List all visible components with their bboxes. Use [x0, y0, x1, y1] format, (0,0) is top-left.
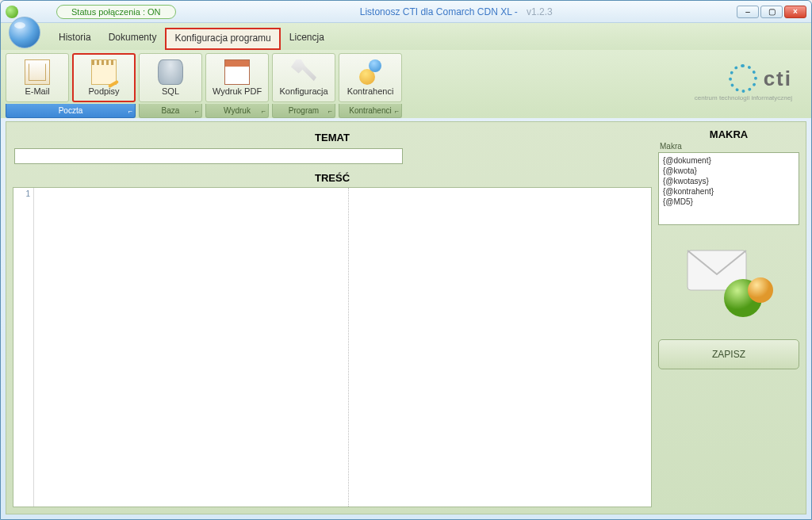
mail-users-illustration	[658, 246, 799, 325]
ribbon-email-label: E-Mail	[25, 86, 49, 96]
konfiguracja-icon	[291, 59, 316, 85]
wydrukpdf-icon	[224, 59, 250, 85]
tresc-editor[interactable]: 1	[13, 187, 652, 507]
app-window: Status połączenia : ON Listonosz CTI dla…	[0, 0, 812, 520]
app-icon	[6, 6, 18, 18]
cti-text: cti	[764, 67, 792, 91]
menu-historia[interactable]: Historia	[50, 28, 100, 50]
dialog-launcher-icon[interactable]: ⌐	[195, 107, 199, 115]
ribbon-group-baza: SQLBaza⌐	[139, 53, 202, 118]
window-title: Listonosz CTI dla Comarch CDN XL - v1.2.…	[176, 6, 737, 17]
makra-title: MAKRA	[658, 128, 799, 140]
save-button[interactable]: ZAPISZ	[658, 339, 799, 369]
ribbon-podpisy-button[interactable]: Podpisy	[72, 53, 136, 102]
titlebar: Status połączenia : ON Listonosz CTI dla…	[1, 1, 811, 23]
brand-logo: cti centrum technologii informatycznej	[695, 53, 806, 118]
minimize-button[interactable]: –	[737, 6, 759, 18]
ribbon-podpisy-label: Podpisy	[88, 86, 119, 96]
temat-input[interactable]	[14, 148, 403, 164]
macro-item[interactable]: {@kwota}	[663, 166, 795, 176]
menu-dokumenty[interactable]: Dokumenty	[100, 28, 166, 50]
menubar-row: HistoriaDokumentyKonfiguracja programuLi…	[1, 23, 811, 50]
dialog-launcher-icon[interactable]: ⌐	[395, 107, 399, 115]
ribbon-group-poczta: E-MailPodpisyPoczta⌐	[6, 53, 136, 118]
ribbon-kontrahenci-button[interactable]: Kontrahenci	[339, 53, 402, 102]
makra-sub: Makra	[660, 142, 799, 151]
title-text: Listonosz CTI dla Comarch CDN XL -	[360, 6, 518, 17]
window-controls: – ▢ ×	[737, 6, 806, 18]
content-area: TEMAT TREŚĆ 1 MAKRA Makra {@dokument}{@k…	[6, 121, 806, 514]
cti-subtitle: centrum technologii informatycznej	[695, 94, 792, 101]
macro-item[interactable]: {@kwotasys}	[663, 176, 795, 186]
menu-licencja[interactable]: Licencja	[281, 28, 333, 50]
ribbon-email-button[interactable]: E-Mail	[6, 53, 69, 102]
group-label-poczta: Poczta⌐	[6, 104, 136, 118]
globe-icon[interactable]	[9, 17, 40, 48]
ribbon-group-kontrahenci: KontrahenciKontrahenci⌐	[339, 53, 402, 118]
group-label-program: Program⌐	[272, 104, 335, 118]
dialog-launcher-icon[interactable]: ⌐	[128, 107, 132, 115]
ribbon-sql-button[interactable]: SQL	[139, 53, 202, 102]
ribbon-wydrukpdf-button[interactable]: Wydruk PDF	[205, 53, 269, 102]
tresc-label: TREŚĆ	[13, 169, 652, 187]
kontrahenci-icon	[358, 59, 383, 85]
left-pane: TEMAT TREŚĆ 1	[13, 128, 652, 507]
ribbon-group-wydruk: Wydruk PDFWydruk⌐	[205, 53, 269, 118]
ribbon-group-program: KonfiguracjaProgram⌐	[272, 53, 335, 118]
line-gutter: 1	[13, 188, 34, 507]
ribbon-sql-label: SQL	[162, 86, 179, 96]
dialog-launcher-icon[interactable]: ⌐	[328, 107, 332, 115]
svg-point-2	[748, 277, 773, 303]
close-button[interactable]: ×	[784, 6, 806, 18]
macro-item[interactable]: {@dokument}	[663, 155, 795, 166]
maximize-button[interactable]: ▢	[760, 6, 783, 18]
menu-konfiguracja-programu[interactable]: Konfiguracja programu	[165, 28, 280, 50]
editor-body[interactable]	[34, 188, 651, 507]
version-text: v1.2.3	[527, 6, 553, 17]
podpisy-icon	[91, 59, 117, 85]
group-label-kontrahenci: Kontrahenci⌐	[339, 104, 402, 118]
ribbon-konfiguracja-label: Konfiguracja	[279, 86, 327, 96]
margin-guide	[348, 188, 349, 507]
ribbon-kontrahenci-label: Kontrahenci	[347, 86, 394, 96]
right-pane: MAKRA Makra {@dokument}{@kwota}{@kwotasy…	[658, 128, 799, 507]
ribbon-wydrukpdf-label: Wydruk PDF	[213, 86, 262, 96]
email-icon	[25, 59, 50, 85]
ribbon: E-MailPodpisyPoczta⌐SQLBaza⌐Wydruk PDFWy…	[1, 50, 811, 118]
menubar: HistoriaDokumentyKonfiguracja programuLi…	[50, 28, 333, 50]
connection-status: Status połączenia : ON	[56, 5, 176, 19]
dialog-launcher-icon[interactable]: ⌐	[262, 107, 266, 115]
ribbon-konfiguracja-button[interactable]: Konfiguracja	[272, 53, 335, 102]
temat-label: TEMAT	[13, 128, 652, 147]
macro-list[interactable]: {@dokument}{@kwota}{@kwotasys}{@kontrahe…	[658, 152, 799, 225]
group-label-baza: Baza⌐	[139, 104, 202, 118]
cti-sun-icon	[729, 64, 757, 93]
sql-icon	[158, 59, 183, 85]
macro-item[interactable]: {@MD5}	[663, 197, 795, 207]
group-label-wydruk: Wydruk⌐	[205, 104, 269, 118]
macro-item[interactable]: {@kontrahent}	[663, 186, 795, 197]
